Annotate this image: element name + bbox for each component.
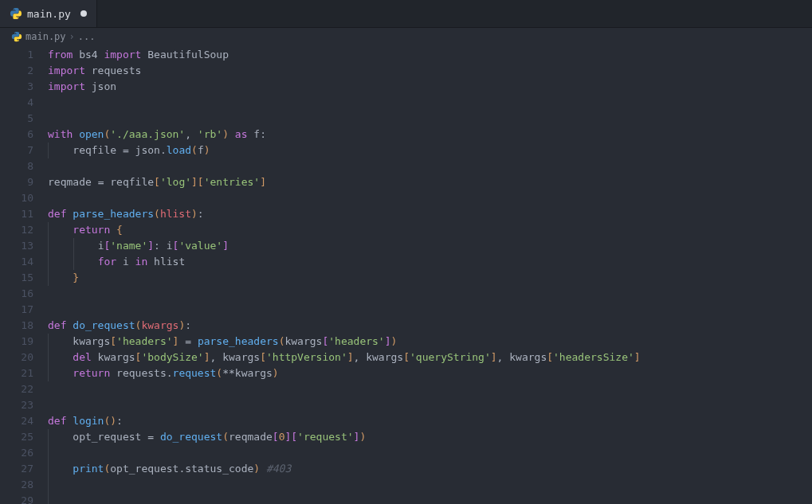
code-line[interactable]: return { [48, 222, 812, 238]
line-number: 27 [0, 461, 48, 477]
code-line[interactable]: def login(): [48, 413, 812, 429]
line-number: 3 [0, 79, 48, 95]
tab-main-py[interactable]: main.py [0, 0, 97, 27]
breadcrumb-symbol: ... [78, 31, 96, 42]
line-number: 25 [0, 429, 48, 445]
code-line[interactable]: from bs4 import BeautifulSoup [48, 47, 812, 63]
line-number: 23 [0, 397, 48, 413]
line-number: 5 [0, 111, 48, 127]
line-number: 29 [0, 493, 48, 504]
line-number: 8 [0, 158, 48, 174]
code-line[interactable]: reqmade = reqfile['log']['entries'] [48, 174, 812, 190]
python-icon [11, 31, 22, 42]
line-number: 6 [0, 127, 48, 143]
code-line[interactable]: } [48, 270, 812, 286]
code-line[interactable] [48, 95, 812, 111]
line-number: 28 [0, 477, 48, 493]
line-number: 13 [0, 238, 48, 254]
tab-dirty-indicator [80, 10, 87, 17]
tab-label: main.py [27, 8, 71, 20]
python-icon [10, 7, 22, 20]
line-number: 9 [0, 174, 48, 190]
code-line[interactable]: def do_request(kwargs): [48, 318, 812, 334]
line-number: 1 [0, 47, 48, 63]
code-line[interactable] [48, 397, 812, 413]
code-line[interactable] [48, 190, 812, 206]
line-number: 11 [0, 206, 48, 222]
breadcrumb[interactable]: main.py › ... [0, 28, 812, 45]
line-number: 22 [0, 381, 48, 397]
code-line[interactable] [48, 477, 812, 493]
code-line[interactable] [48, 302, 812, 318]
line-number: 15 [0, 270, 48, 286]
line-number: 10 [0, 190, 48, 206]
line-number: 7 [0, 143, 48, 158]
code-line[interactable] [48, 158, 812, 174]
code-line[interactable]: opt_request = do_request(reqmade[0]['req… [48, 429, 812, 445]
line-number: 12 [0, 222, 48, 238]
code-line[interactable] [48, 111, 812, 127]
code-line[interactable]: return requests.request(**kwargs) [48, 365, 812, 381]
code-line[interactable]: kwargs['headers'] = parse_headers(kwargs… [48, 334, 812, 350]
line-number: 24 [0, 413, 48, 429]
code-line[interactable]: print(opt_request.status_code) #403 [48, 461, 812, 477]
line-number: 19 [0, 334, 48, 350]
breadcrumb-file: main.py [25, 31, 66, 42]
code-line[interactable] [48, 286, 812, 302]
line-number: 21 [0, 365, 48, 381]
line-number: 26 [0, 445, 48, 461]
code-line[interactable]: def parse_headers(hlist): [48, 206, 812, 222]
line-number: 4 [0, 95, 48, 111]
code-line[interactable]: for i in hlist [48, 254, 812, 270]
line-number: 20 [0, 350, 48, 365]
code-area[interactable]: from bs4 import BeautifulSoupimport requ… [48, 45, 812, 504]
tabs-bar: main.py [0, 0, 812, 28]
line-number: 14 [0, 254, 48, 270]
code-line[interactable] [48, 381, 812, 397]
chevron-right-icon: › [69, 31, 75, 42]
line-number: 16 [0, 286, 48, 302]
code-line[interactable] [48, 445, 812, 461]
code-editor[interactable]: 1234567891011121314151617181920212223242… [0, 45, 812, 504]
code-line[interactable]: del kwargs['bodySize'], kwargs['httpVers… [48, 350, 812, 365]
code-line[interactable]: import requests [48, 63, 812, 79]
line-number: 18 [0, 318, 48, 334]
line-number-gutter: 1234567891011121314151617181920212223242… [0, 45, 48, 504]
code-line[interactable]: i['name']: i['value'] [48, 238, 812, 254]
line-number: 2 [0, 63, 48, 79]
code-line[interactable]: reqfile = json.load(f) [48, 143, 812, 158]
code-line[interactable] [48, 493, 812, 504]
code-line[interactable]: import json [48, 79, 812, 95]
line-number: 17 [0, 302, 48, 318]
code-line[interactable]: with open('./aaa.json', 'rb') as f: [48, 127, 812, 143]
